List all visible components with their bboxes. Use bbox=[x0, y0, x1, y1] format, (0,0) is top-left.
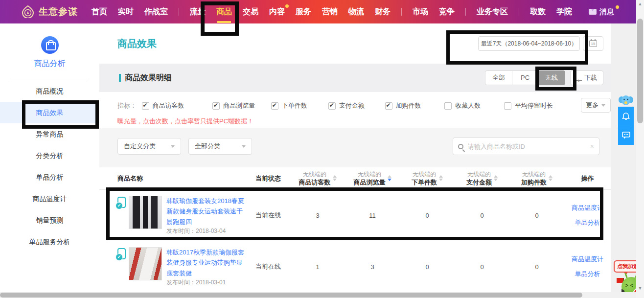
envelope-icon bbox=[589, 9, 597, 15]
notification-bell-button[interactable] bbox=[618, 107, 634, 126]
section-accent-bar bbox=[119, 74, 121, 82]
calendar-button[interactable]: 15 bbox=[583, 36, 603, 51]
nav-item-product[interactable]: 商品 bbox=[216, 7, 232, 17]
product-cell: 韩版2017秋季新款瑜伽服套装健身服专业运动带胸垫显瘦套装健 发布时间：2018… bbox=[99, 247, 246, 286]
cart-cell: 0 bbox=[509, 263, 564, 271]
sort-payment[interactable] bbox=[494, 175, 498, 181]
nav-item-data-fetch[interactable]: 取数 bbox=[530, 7, 546, 17]
tab-pc[interactable]: PC bbox=[512, 70, 538, 85]
notification-dot bbox=[616, 5, 619, 9]
nav-item-competition[interactable]: 竞争 bbox=[439, 7, 455, 17]
nav-item-finance[interactable]: 财务 bbox=[375, 7, 391, 17]
sort-views[interactable] bbox=[388, 175, 391, 181]
page-title: 商品效果 bbox=[117, 37, 157, 50]
section-header: 商品效果明细 全部 PC 无线 下载 bbox=[99, 64, 611, 92]
search-input[interactable] bbox=[468, 143, 590, 150]
nav-item-trade[interactable]: 交易 bbox=[243, 7, 258, 17]
checkbox-icon[interactable] bbox=[328, 102, 336, 110]
product-analysis-icon bbox=[41, 36, 59, 54]
app-logo[interactable]: 生意参谋 bbox=[22, 5, 78, 18]
sidebar-item-abnormal-products[interactable]: 异常商品 bbox=[0, 123, 99, 145]
product-thumbnail[interactable] bbox=[129, 247, 162, 280]
nav-item-realtime[interactable]: 实时 bbox=[118, 7, 134, 17]
metric-checkbox-stay-time[interactable]: 平均停留时长 bbox=[504, 101, 577, 110]
download-button[interactable]: 下载 bbox=[570, 70, 603, 85]
nav-menu: 首页 实时 作战室 流量 商品 交易 内容 服务 营销 物流 财务 市场 竞争 … bbox=[92, 7, 572, 17]
filter-toolbar: 自定义分类 全部分类 × bbox=[99, 128, 611, 167]
table-header-row: 商品名称 当前状态 无线端的商品访客数 无线端的商品浏览量 无线端的下单件数 无… bbox=[99, 167, 611, 190]
sort-visitors[interactable] bbox=[333, 175, 337, 181]
publish-date: 发布时间：2018-03-01 bbox=[166, 278, 246, 287]
page-header: 商品效果 最近7天（2018-06-04~2018-06-10） 15 bbox=[99, 23, 611, 64]
orders-cell: 0 bbox=[400, 212, 455, 219]
analysis-link[interactable]: 单品分析 bbox=[575, 270, 600, 278]
chevron-down-icon bbox=[171, 145, 175, 148]
horizontal-scrollbar[interactable] bbox=[0, 292, 636, 298]
metric-checkbox-orders[interactable]: 下单件数 bbox=[271, 101, 328, 110]
product-title-link[interactable]: 韩版2017秋季新款瑜伽服套装健身服专业运动带胸垫显瘦套装健 bbox=[166, 247, 246, 278]
thermometer-link[interactable]: 商品温度计 bbox=[572, 255, 603, 264]
sort-cart[interactable] bbox=[549, 175, 552, 181]
metric-checkbox-visitors[interactable]: 商品访客数 bbox=[142, 101, 213, 110]
date-range-field[interactable]: 最近7天（2018-06-04~2018-06-10） bbox=[478, 36, 580, 51]
more-metrics-button[interactable]: 更多 bbox=[581, 98, 611, 113]
metric-checkbox-favorites[interactable]: 收藏人数 bbox=[444, 101, 504, 110]
scroll-up-arrow[interactable]: ▲ bbox=[636, 0, 644, 8]
checkbox-icon[interactable] bbox=[212, 102, 220, 110]
all-category-select[interactable]: 全部分类 bbox=[188, 138, 252, 155]
metric-checkbox-views[interactable]: 商品浏览量 bbox=[212, 101, 271, 110]
sidebar-item-single-product-service[interactable]: 单品服务分析 bbox=[0, 231, 99, 252]
metrics-panel: 指标： 商品访客数 商品浏览量 下单件数 支付金额 加购件数 bbox=[99, 92, 611, 128]
nav-item-service[interactable]: 服务 bbox=[296, 7, 311, 17]
section-title: 商品效果明细 bbox=[125, 73, 172, 83]
thermometer-link[interactable]: 商品温度计 bbox=[572, 204, 603, 212]
nav-item-traffic[interactable]: 流量 bbox=[190, 7, 206, 17]
vertical-scrollbar[interactable]: ▲ ▼ bbox=[636, 0, 644, 298]
nav-item-content[interactable]: 内容 bbox=[269, 7, 285, 17]
checkbox-icon[interactable] bbox=[444, 102, 452, 110]
sidebar-item-single-product-analysis[interactable]: 单品分析 bbox=[0, 166, 99, 188]
nav-item-marketing[interactable]: 营销 bbox=[322, 7, 338, 17]
sidebar-header: 商品分析 bbox=[0, 23, 99, 79]
product-thumbnail[interactable] bbox=[129, 196, 162, 229]
tab-wireless[interactable]: 无线 bbox=[538, 70, 565, 85]
scroll-down-arrow[interactable]: ▼ bbox=[636, 284, 644, 292]
metric-checkbox-cart[interactable]: 加购件数 bbox=[385, 101, 445, 110]
nav-item-home[interactable]: 首页 bbox=[92, 7, 107, 17]
sidebar-item-category-analysis[interactable]: 分类分析 bbox=[0, 145, 99, 166]
checkbox-icon[interactable] bbox=[504, 102, 511, 110]
nav-item-logistics[interactable]: 物流 bbox=[348, 7, 364, 17]
product-title-link[interactable]: 韩版瑜伽服套装女2018春夏新款健身服女运动套装速干晨跑服四 bbox=[166, 196, 246, 227]
sidebar-menu: 商品概况 商品效果 异常商品 分类分析 单品分析 商品温度计 销量预测 单品服务… bbox=[0, 80, 99, 252]
tab-all[interactable]: 全部 bbox=[485, 70, 512, 85]
sidebar-item-sales-forecast[interactable]: 销量预测 bbox=[0, 209, 99, 231]
sidebar-item-product-thermometer[interactable]: 商品温度计 bbox=[0, 188, 99, 209]
checkbox-icon[interactable] bbox=[271, 102, 278, 110]
visitors-cell: 1 bbox=[290, 263, 345, 271]
clear-search-icon[interactable]: × bbox=[590, 142, 594, 150]
nav-item-warroom[interactable]: 作战室 bbox=[144, 7, 168, 17]
nav-item-market[interactable]: 市场 bbox=[413, 7, 428, 17]
col-product-name: 商品名称 bbox=[99, 174, 246, 183]
sidebar: 商品分析 商品概况 商品效果 异常商品 分类分析 单品分析 商品温度计 销量预测… bbox=[0, 23, 99, 292]
nav-item-business-zone[interactable]: 业务专区 bbox=[477, 7, 508, 17]
checkbox-icon[interactable] bbox=[385, 102, 392, 110]
nav-divider bbox=[465, 8, 466, 16]
search-icon bbox=[458, 144, 463, 149]
metric-checkbox-payment[interactable]: 支付金额 bbox=[328, 101, 385, 110]
vertical-scrollbar-thumb[interactable] bbox=[637, 19, 643, 123]
checkbox-icon[interactable] bbox=[142, 102, 149, 110]
views-cell: 11 bbox=[345, 212, 400, 219]
custom-category-select[interactable]: 自定义分类 bbox=[117, 138, 181, 155]
product-table: 商品名称 当前状态 无线端的商品访客数 无线端的商品浏览量 无线端的下单件数 无… bbox=[99, 167, 611, 293]
nav-message[interactable]: 消息 bbox=[589, 7, 614, 17]
analysis-link[interactable]: 单品分析 bbox=[575, 218, 600, 227]
sort-orders[interactable] bbox=[439, 175, 443, 181]
sidebar-item-product-overview[interactable]: 商品概况 bbox=[0, 80, 99, 102]
col-payment: 无线端的支付金额 bbox=[455, 170, 509, 187]
sidebar-item-product-effect[interactable]: 商品效果 bbox=[0, 102, 99, 123]
nav-item-academy[interactable]: 学院 bbox=[556, 7, 572, 17]
feedback-chat-button[interactable] bbox=[618, 126, 634, 145]
horizontal-scrollbar-thumb[interactable] bbox=[0, 293, 582, 298]
sidebar-group-title: 商品分析 bbox=[10, 59, 90, 79]
